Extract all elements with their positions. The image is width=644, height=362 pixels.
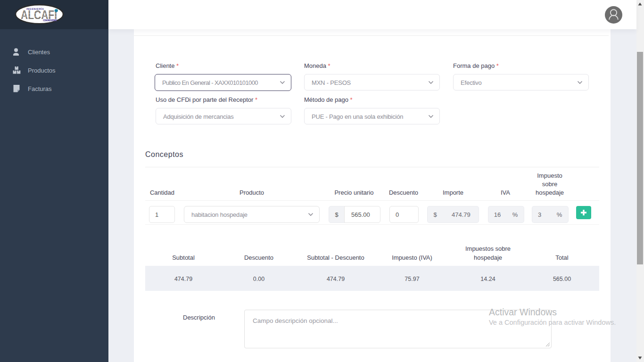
svg-text:COMUNICACIONES: COMUNICACIONES	[43, 19, 57, 22]
